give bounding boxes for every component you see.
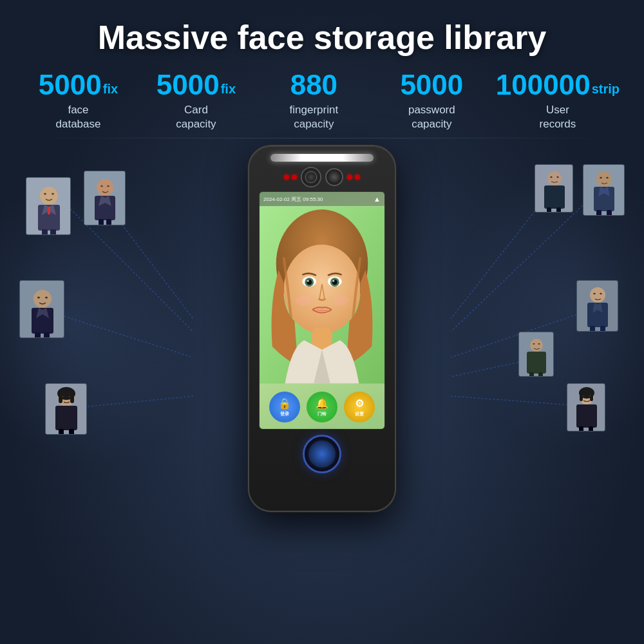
svg-point-109	[538, 343, 540, 345]
svg-rect-100	[576, 404, 597, 428]
right-person-5	[518, 332, 554, 377]
svg-rect-44	[59, 429, 64, 435]
screen-btn-settings[interactable]: ⚙ 设置	[344, 392, 375, 422]
svg-rect-35	[44, 332, 50, 338]
stat-user-suffix: strip	[592, 82, 620, 97]
svg-point-48	[284, 245, 361, 334]
camera-lens-secondary	[325, 168, 343, 186]
face-network-right	[451, 151, 631, 538]
lock-icon: 🔒	[278, 397, 291, 410]
device-container: 2024-02-02 周五 09:55:30 ▲	[248, 145, 396, 512]
left-person-1	[26, 177, 71, 235]
wifi-icon: ▲	[374, 195, 381, 203]
stat-card-suffix: fix	[221, 82, 236, 97]
svg-point-42	[62, 396, 64, 398]
screen-btn-settings-label: 设置	[355, 411, 364, 417]
svg-rect-84	[547, 207, 551, 213]
svg-point-24	[107, 185, 109, 187]
svg-point-75	[600, 177, 602, 179]
fingerprint-button[interactable]	[303, 435, 341, 473]
svg-point-58	[295, 296, 310, 306]
svg-point-87	[590, 287, 605, 303]
svg-point-23	[100, 185, 103, 187]
svg-rect-81	[544, 185, 565, 209]
svg-rect-34	[35, 332, 41, 338]
svg-point-53	[307, 280, 309, 282]
camera-lens-main	[301, 167, 321, 187]
svg-point-28	[33, 290, 52, 308]
svg-rect-111	[538, 372, 543, 377]
led-bar	[270, 154, 374, 162]
stat-fingerprint-capacity: 880 fingerprintcapacity	[255, 71, 373, 131]
svg-rect-25	[99, 219, 104, 225]
stat-password-label: passwordcapacity	[378, 103, 486, 131]
left-person-4	[45, 383, 87, 435]
camera-area	[284, 167, 360, 187]
face-display	[260, 206, 384, 384]
svg-point-14	[44, 193, 46, 195]
svg-rect-77	[596, 210, 601, 216]
svg-rect-16	[42, 229, 48, 235]
right-person-4	[567, 383, 605, 431]
right-person-3	[576, 280, 618, 332]
header: Massive face storage library	[0, 0, 644, 57]
svg-point-101	[582, 395, 584, 397]
svg-point-59	[334, 296, 349, 306]
svg-line-63	[451, 396, 580, 406]
svg-point-19	[97, 179, 113, 196]
svg-rect-94	[600, 326, 605, 332]
svg-rect-110	[529, 372, 534, 377]
svg-point-57	[332, 280, 334, 282]
svg-rect-13	[48, 207, 50, 214]
svg-point-83	[556, 176, 558, 178]
gear-icon: ⚙	[355, 397, 364, 410]
svg-point-108	[533, 343, 535, 345]
right-person-1	[583, 164, 625, 216]
svg-point-43	[68, 396, 71, 398]
ir-dot-3	[347, 175, 352, 180]
screen-btn-lock[interactable]: 🔒 登录	[269, 392, 300, 422]
svg-point-80	[547, 171, 562, 185]
screen-btn-bell-label: 门铃	[317, 411, 327, 417]
svg-point-82	[550, 176, 552, 178]
svg-rect-78	[607, 210, 612, 216]
svg-rect-26	[106, 219, 111, 225]
device: 2024-02-02 周五 09:55:30 ▲	[248, 145, 396, 512]
ir-dots-left	[284, 175, 297, 180]
device-screen: 2024-02-02 周五 09:55:30 ▲	[259, 191, 385, 430]
svg-point-91	[593, 293, 596, 295]
svg-rect-104	[589, 426, 593, 431]
svg-point-76	[606, 177, 609, 179]
svg-rect-41	[55, 406, 77, 430]
screen-btn-bell[interactable]: 🔔 门铃	[307, 392, 337, 422]
stat-user-label: Userrecords	[496, 103, 620, 131]
stats-divider	[32, 138, 612, 138]
svg-point-9	[40, 187, 58, 205]
page-title: Massive face storage library	[0, 18, 644, 57]
svg-rect-107	[527, 352, 546, 374]
svg-rect-39	[59, 392, 62, 403]
ir-dots-right	[347, 175, 360, 180]
stat-user-records: 100000 strip Userrecords	[491, 71, 625, 131]
stat-password-capacity: 5000 passwordcapacity	[373, 71, 491, 131]
stat-card-label: Cardcapacity	[142, 103, 250, 131]
svg-rect-17	[50, 229, 56, 235]
svg-rect-103	[579, 426, 583, 431]
svg-rect-98	[580, 391, 583, 401]
svg-rect-85	[556, 207, 561, 213]
screen-buttons: 🔒 登录 🔔 门铃 ⚙ 设置	[260, 392, 384, 422]
right-person-2	[535, 164, 573, 213]
stat-fingerprint-label: fingerprintcapacity	[260, 103, 368, 131]
stat-face-database: 5000 fix facedatabase	[19, 71, 137, 131]
svg-point-33	[45, 297, 48, 299]
screen-datetime: 2024-02-02 周五 09:55:30	[263, 196, 323, 203]
svg-rect-45	[69, 429, 74, 435]
bell-icon: 🔔	[316, 397, 328, 410]
stat-user-number: 100000	[496, 71, 591, 99]
left-person-3	[19, 280, 64, 338]
svg-rect-40	[70, 392, 74, 403]
face-illustration	[260, 206, 384, 384]
svg-point-32	[37, 297, 40, 299]
svg-point-92	[600, 293, 602, 295]
svg-point-15	[52, 193, 54, 195]
